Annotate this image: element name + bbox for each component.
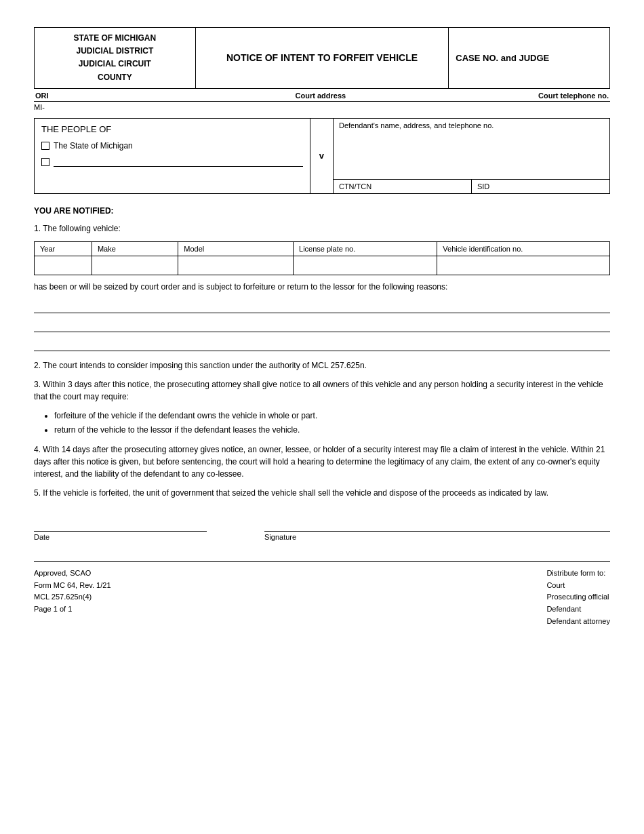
header-center-cell: NOTICE OF INTENT TO FORFEIT VEHICLE — [195, 28, 449, 89]
case-no-judge-label: CASE NO. and JUDGE — [456, 53, 549, 63]
footer-form-no: Form MC 64, Rev. 1/21 — [34, 580, 111, 592]
party-wrapper: THE PEOPLE OF The State of Michigan v De… — [34, 118, 610, 194]
header-right-cell: CASE NO. and JUDGE — [449, 28, 610, 89]
v-separator: v — [310, 119, 334, 193]
bullet-1: forfeiture of the vehicle if the defenda… — [54, 410, 610, 422]
vin-value[interactable] — [437, 256, 610, 275]
you-are-notified-title: YOU ARE NOTIFIED: — [34, 206, 610, 216]
county-label: COUNTY — [98, 73, 132, 82]
footer-left: Approved, SCAO Form MC 64, Rev. 1/21 MCL… — [34, 568, 111, 627]
people-of-label: THE PEOPLE OF — [41, 124, 303, 134]
item5-text: 5. If the vehicle is forfeited, the unit… — [34, 487, 610, 499]
date-line[interactable] — [34, 519, 207, 532]
ctn-block: CTN/TCN — [334, 180, 472, 193]
reason-line-3[interactable] — [34, 336, 610, 351]
v-label: v — [319, 151, 324, 161]
signature-block: Signature — [264, 519, 610, 541]
reason-line-2[interactable] — [34, 317, 610, 332]
state-michigan-label: STATE OF MICHIGAN — [74, 33, 157, 43]
year-value[interactable] — [35, 256, 92, 275]
ori-row: ORI Court address Court telephone no. — [34, 92, 610, 102]
footer-approved: Approved, SCAO — [34, 568, 111, 580]
make-value[interactable] — [92, 256, 178, 275]
footer-prosecuting: Prosecuting official — [546, 591, 610, 603]
state-michigan-party-label: The State of Michigan — [54, 141, 133, 151]
court-address-label: Court address — [296, 92, 346, 100]
party-left-block: THE PEOPLE OF The State of Michigan — [35, 119, 310, 193]
license-col: License plate no. — [294, 241, 437, 256]
footer-mcl: MCL 257.625n(4) — [34, 591, 111, 603]
sid-block: SID — [472, 180, 609, 193]
vehicle-table: Year Make Model License plate no. Vehicl… — [34, 241, 610, 275]
header-left-cell: STATE OF MICHIGAN JUDICIAL DISTRICT JUDI… — [35, 28, 196, 89]
mi-prefix-row: MI- — [34, 103, 610, 111]
bullet-2: return of the vehicle to the lessor if t… — [54, 424, 610, 437]
footer-page: Page 1 of 1 — [34, 603, 111, 616]
mi-prefix: MI- — [34, 103, 45, 111]
signature-line[interactable] — [264, 519, 610, 532]
model-col: Model — [178, 241, 294, 256]
judicial-district-label: JUDICIAL DISTRICT — [76, 46, 153, 56]
party-right-block: Defendant's name, address, and telephone… — [334, 119, 609, 193]
footer-court: Court — [546, 580, 610, 592]
bullet-list: forfeiture of the vehicle if the defenda… — [54, 410, 610, 437]
license-value[interactable] — [294, 256, 437, 275]
defendant-label: Defendant's name, address, and telephone… — [339, 121, 494, 130]
ori-label: ORI — [35, 92, 49, 100]
judicial-circuit-label: JUDICIAL CIRCUIT — [79, 59, 151, 68]
seized-text: has been or will be seized by court orde… — [34, 281, 610, 293]
other-party-field[interactable] — [54, 157, 303, 167]
footer: Approved, SCAO Form MC 64, Rev. 1/21 MCL… — [34, 561, 610, 627]
make-col: Make — [92, 241, 178, 256]
ctn-sid-row: CTN/TCN SID — [334, 179, 609, 193]
signature-label: Signature — [264, 533, 610, 541]
footer-distribute: Distribute form to: — [546, 568, 610, 580]
item2-text: 2. The court intends to consider imposin… — [34, 359, 610, 372]
item4-text: 4. With 14 days after the prosecuting at… — [34, 443, 610, 480]
defendant-top: Defendant's name, address, and telephone… — [334, 119, 609, 179]
vin-col: Vehicle identification no. — [437, 241, 610, 256]
model-value[interactable] — [178, 256, 294, 275]
footer-defendant: Defendant — [546, 603, 610, 616]
form-title: NOTICE OF INTENT TO FORFEIT VEHICLE — [226, 52, 418, 63]
checkbox-michigan[interactable] — [41, 142, 49, 150]
sid-label: SID — [477, 182, 489, 191]
checkbox-other[interactable] — [41, 158, 49, 166]
item3-text: 3. Within 3 days after this notice, the … — [34, 378, 610, 403]
year-col: Year — [35, 241, 92, 256]
date-label: Date — [34, 533, 207, 541]
checkbox-michigan-row: The State of Michigan — [41, 141, 303, 151]
court-phone-label: Court telephone no. — [538, 92, 609, 100]
date-block: Date — [34, 519, 207, 541]
header-table: STATE OF MICHIGAN JUDICIAL DISTRICT JUDI… — [34, 27, 610, 89]
ctn-label: CTN/TCN — [339, 182, 371, 191]
footer-right: Distribute form to: Court Prosecuting of… — [546, 568, 610, 627]
checkbox-other-row — [41, 157, 303, 167]
reason-line-1[interactable] — [34, 298, 610, 313]
signature-row: Date Signature — [34, 519, 610, 541]
footer-defendant-atty: Defendant attorney — [546, 616, 610, 628]
item1-label: 1. The following vehicle: — [34, 222, 610, 235]
